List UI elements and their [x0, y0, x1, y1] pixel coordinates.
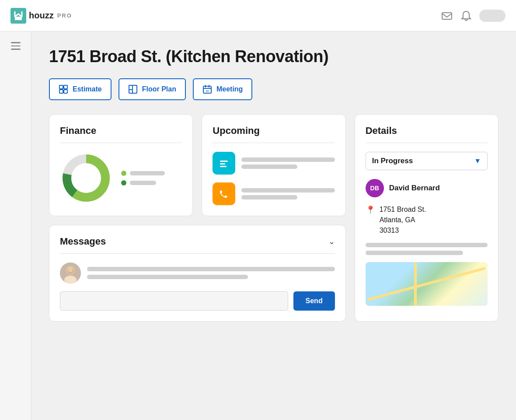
details-divider [366, 143, 488, 143]
svg-point-13 [74, 166, 98, 190]
svg-rect-6 [64, 90, 67, 93]
map-road-horizontal [367, 267, 485, 301]
message-sender-avatar [60, 262, 81, 284]
legend-dot-2 [121, 180, 126, 186]
floor-plan-icon [128, 84, 138, 94]
meeting-label: Meeting [216, 85, 243, 93]
avatar-face-icon [60, 262, 81, 284]
upcoming-item-1 [213, 152, 335, 175]
send-button[interactable]: Send [293, 291, 335, 311]
messages-divider [60, 253, 335, 254]
finance-content [60, 152, 182, 204]
houzz-pro-label: PRO [57, 12, 72, 19]
legend-dot-1 [121, 171, 126, 176]
messages-header: Messages ⌄ [60, 236, 335, 247]
navbar: houzz PRO [0, 0, 516, 32]
location-pin-icon: 📍 [366, 205, 375, 215]
message-text-lines [87, 267, 335, 279]
message-item [60, 262, 335, 284]
finance-card: Finance [49, 114, 193, 216]
upcoming-card: Upcoming [202, 114, 345, 216]
nav-toggle[interactable] [479, 10, 506, 22]
meeting-button[interactable]: 31 Meeting [193, 78, 252, 100]
status-text: In Progress [372, 157, 413, 165]
upcoming-task-icon-box [213, 152, 235, 175]
chevron-down-icon: ▼ [474, 157, 481, 165]
houzz-brand-name: houzz [29, 10, 54, 21]
estimate-label: Estimate [73, 85, 102, 93]
svg-rect-1 [15, 17, 22, 20]
houzz-icon [10, 8, 26, 24]
legend-bar-1 [130, 171, 165, 175]
estimate-button[interactable]: Estimate [49, 78, 112, 100]
legend-item-2 [121, 180, 165, 186]
finance-card-title: Finance [60, 125, 182, 136]
notification-bell-icon[interactable] [460, 10, 472, 22]
navbar-left: houzz PRO [10, 8, 72, 24]
hamburger-menu-icon[interactable] [11, 42, 21, 50]
avatar-initials: DB [370, 185, 379, 192]
upcoming-items [213, 152, 335, 205]
address-line1: 1751 Broad St. [380, 206, 426, 213]
cards-grid: Finance [49, 114, 499, 322]
calendar-icon: 31 [202, 84, 212, 94]
address-text: 1751 Broad St. Atlanta, GA 30313 [380, 204, 426, 236]
map-road-vertical [414, 262, 417, 306]
upcoming-call-icon-box [213, 182, 235, 205]
legend-item-1 [121, 171, 165, 176]
task-icon [218, 157, 230, 169]
main-content: 1751 Broad St. (Kitchen Renovation) Esti… [31, 32, 516, 420]
contact-name: David Bernard [389, 184, 440, 192]
message-input[interactable] [60, 291, 288, 311]
address-line2: Atlanta, GA [380, 216, 415, 224]
navbar-right [441, 10, 506, 22]
svg-text:31: 31 [206, 90, 209, 92]
main-wrapper: 1751 Broad St. (Kitchen Renovation) Esti… [0, 32, 516, 420]
finance-donut-chart [60, 152, 112, 204]
messages-chevron-icon[interactable]: ⌄ [328, 237, 335, 246]
phone-icon [218, 188, 230, 200]
svg-rect-15 [220, 163, 225, 164]
messages-card: Messages ⌄ [49, 225, 346, 322]
houzz-logo[interactable]: houzz PRO [10, 8, 72, 24]
contact-avatar: DB [366, 179, 384, 197]
estimate-icon [59, 84, 68, 94]
contact-row: DB David Bernard [366, 179, 488, 197]
details-card-title: Details [366, 125, 488, 136]
svg-rect-4 [64, 85, 67, 89]
svg-rect-0 [10, 8, 26, 24]
upcoming-item-2-text [241, 188, 335, 200]
messages-card-title: Messages [60, 236, 106, 247]
legend-bar-2 [130, 181, 156, 185]
action-buttons: Estimate Floor Plan 31 [49, 78, 499, 100]
floor-plan-button[interactable]: Floor Plan [119, 78, 186, 100]
status-dropdown[interactable]: In Progress ▼ [366, 152, 488, 170]
message-input-row: Send [60, 291, 335, 311]
svg-rect-2 [442, 13, 452, 19]
upcoming-item-2 [213, 182, 335, 205]
svg-rect-5 [59, 90, 63, 93]
upcoming-card-title: Upcoming [213, 125, 335, 136]
mail-icon[interactable] [441, 10, 453, 22]
floor-plan-label: Floor Plan [142, 85, 176, 93]
address-row: 📍 1751 Broad St. Atlanta, GA 30313 [366, 204, 488, 236]
svg-point-21 [68, 266, 73, 273]
finance-legend [121, 171, 165, 186]
svg-rect-14 [220, 161, 228, 162]
finance-divider [60, 143, 182, 143]
upcoming-item-1-text [241, 158, 335, 169]
svg-rect-16 [220, 166, 227, 167]
svg-rect-3 [59, 85, 63, 89]
address-line3: 30313 [380, 227, 399, 234]
map-placeholder[interactable] [366, 262, 488, 306]
upcoming-divider [213, 143, 335, 143]
page-title: 1751 Broad St. (Kitchen Renovation) [49, 47, 499, 66]
sidebar [0, 32, 31, 420]
details-extra-lines [366, 243, 488, 255]
details-card: Details In Progress ▼ DB David Bernard 📍… [355, 114, 499, 322]
